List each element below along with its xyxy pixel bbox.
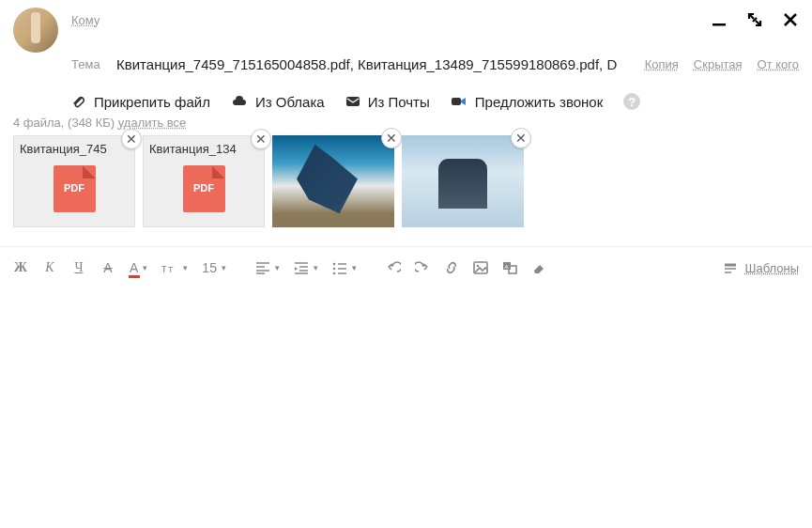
help-icon[interactable]: ? bbox=[623, 93, 640, 110]
pdf-icon bbox=[54, 165, 96, 212]
to-field-label[interactable]: Кому bbox=[71, 13, 100, 27]
envelope-icon bbox=[345, 94, 360, 109]
redo-icon bbox=[415, 261, 430, 274]
svg-text:T: T bbox=[168, 265, 174, 274]
list-icon bbox=[332, 261, 347, 274]
indent-icon bbox=[294, 261, 309, 274]
attachment-name: Квитанция_745 bbox=[14, 136, 134, 156]
align-button[interactable] bbox=[255, 261, 280, 274]
align-left-icon bbox=[255, 261, 270, 274]
close-button[interactable] bbox=[782, 11, 799, 28]
remove-attachment-button[interactable]: ✕ bbox=[381, 128, 402, 148]
cc-link[interactable]: Копия bbox=[645, 57, 679, 71]
paperclip-icon bbox=[71, 94, 86, 109]
link-icon bbox=[444, 261, 459, 274]
font-size-case-button[interactable]: тT bbox=[161, 261, 188, 274]
subject-label: Тема bbox=[71, 57, 116, 71]
eraser-icon bbox=[531, 261, 546, 274]
translate-button[interactable]: A bbox=[502, 261, 517, 274]
svg-point-5 bbox=[333, 263, 336, 266]
image-button[interactable] bbox=[473, 261, 488, 274]
svg-point-6 bbox=[333, 268, 336, 271]
svg-rect-1 bbox=[346, 97, 360, 106]
delete-all-link[interactable]: удалить все bbox=[118, 116, 187, 130]
suggest-call-label: Предложить звонок bbox=[475, 94, 603, 110]
translate-icon: A bbox=[502, 261, 517, 274]
templates-button[interactable]: Шаблоны bbox=[745, 261, 800, 275]
cloud-icon bbox=[231, 94, 248, 109]
font-size-button[interactable]: 15 bbox=[202, 260, 226, 275]
attachment-thumb[interactable]: ✕ bbox=[402, 135, 524, 227]
indent-button[interactable] bbox=[294, 261, 318, 274]
list-button[interactable] bbox=[332, 261, 357, 274]
template-icon bbox=[723, 261, 738, 274]
attach-cloud-label: Из Облака bbox=[255, 94, 325, 110]
suggest-call-button[interactable]: Предложить звонок bbox=[451, 94, 603, 110]
svg-rect-0 bbox=[712, 23, 726, 26]
svg-rect-2 bbox=[452, 98, 461, 105]
svg-point-9 bbox=[477, 265, 480, 268]
text-color-button[interactable] bbox=[130, 260, 147, 275]
bold-button[interactable]: Ж bbox=[13, 260, 28, 275]
svg-text:т: т bbox=[161, 262, 167, 274]
attachment-thumb[interactable]: Квитанция_134 ✕ bbox=[143, 135, 265, 227]
attach-mail-label: Из Почты bbox=[368, 94, 430, 110]
attach-file-label: Прикрепить файл bbox=[94, 94, 210, 110]
bcc-link[interactable]: Скрытая bbox=[694, 57, 743, 71]
attach-file-button[interactable]: Прикрепить файл bbox=[71, 94, 210, 110]
underline-button[interactable]: Ч bbox=[71, 260, 86, 275]
attach-cloud-button[interactable]: Из Облака bbox=[231, 94, 325, 110]
strikethrough-button[interactable]: A bbox=[100, 260, 115, 275]
minimize-button[interactable] bbox=[711, 11, 728, 28]
pdf-icon bbox=[183, 165, 225, 212]
image-icon bbox=[473, 261, 488, 274]
video-icon bbox=[451, 94, 467, 109]
avatar[interactable] bbox=[13, 8, 58, 53]
remove-attachment-button[interactable]: ✕ bbox=[121, 129, 142, 149]
undo-icon bbox=[386, 261, 401, 274]
subject-input[interactable]: Квитанция_7459_715165004858.pdf, Квитанц… bbox=[116, 56, 645, 72]
attachment-thumb[interactable]: Квитанция_745 ✕ bbox=[13, 135, 135, 227]
svg-text:A: A bbox=[504, 264, 508, 270]
undo-button[interactable] bbox=[386, 261, 401, 274]
attachment-thumb[interactable]: ✕ bbox=[272, 135, 394, 227]
redo-button[interactable] bbox=[415, 261, 430, 274]
attachment-name: Квитанция_134 bbox=[144, 136, 264, 156]
link-button[interactable] bbox=[444, 261, 459, 274]
italic-button[interactable]: К bbox=[42, 260, 57, 275]
from-link[interactable]: От кого bbox=[758, 57, 799, 71]
attachments-count: 4 файла, (348 КБ) bbox=[13, 116, 118, 130]
remove-attachment-button[interactable]: ✕ bbox=[511, 128, 531, 148]
attach-mail-button[interactable]: Из Почты bbox=[345, 94, 430, 110]
clear-formatting-button[interactable] bbox=[531, 261, 546, 274]
remove-attachment-button[interactable]: ✕ bbox=[251, 129, 271, 149]
svg-point-7 bbox=[333, 272, 336, 274]
attachments-summary: 4 файла, (348 КБ) удалить все bbox=[13, 116, 799, 130]
maximize-button[interactable] bbox=[746, 11, 763, 28]
